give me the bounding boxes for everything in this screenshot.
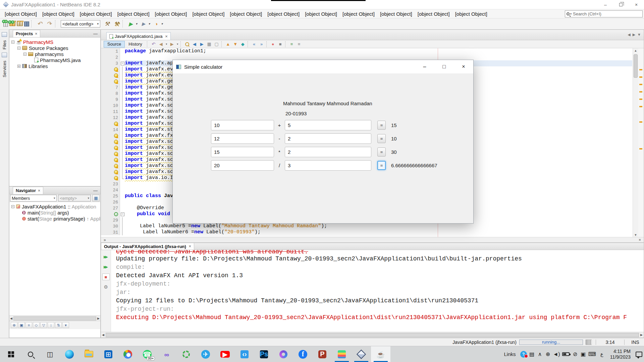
taskbar-app-button[interactable]: [332, 346, 352, 362]
editor-toolbar-icon[interactable]: «: [251, 41, 258, 48]
tab-javafxapplication1-java[interactable]: JavaFXApplication1.java ×: [106, 32, 171, 40]
expander-icon[interactable]: −: [17, 47, 20, 50]
calculator-titlebar[interactable]: Simple calculator – □ ×: [173, 60, 473, 73]
scroll-up-icon[interactable]: ▲: [633, 48, 638, 53]
fold-marker[interactable]: [120, 78, 125, 84]
tray-icon[interactable]: ?: [519, 346, 528, 362]
editor-toolbar-icon[interactable]: ◀: [191, 41, 198, 48]
tray-icon[interactable]: [561, 346, 571, 362]
taskbar-app-button[interactable]: ☎ 99+: [138, 346, 157, 362]
menu-item[interactable]: [object Object]: [265, 10, 302, 18]
toolbar-icon[interactable]: ⚒: [112, 20, 120, 28]
editor-toolbar-icon[interactable]: ≡: [288, 41, 295, 48]
close-button[interactable]: ×: [454, 60, 473, 73]
editor-toolbar-icon[interactable]: ●: [270, 41, 276, 48]
menu-item[interactable]: [object Object]: [452, 10, 490, 18]
search-input[interactable]: ▾ Search (Ctrl+I): [565, 10, 643, 17]
taskbar-app-button[interactable]: Ps: [254, 346, 274, 362]
fold-marker[interactable]: [120, 66, 125, 72]
tree-item[interactable]: − pharmacyms: [9, 51, 100, 57]
editor-toolbar-icon[interactable]: [248, 41, 250, 47]
fold-marker[interactable]: [120, 199, 125, 205]
fold-marker[interactable]: [120, 103, 125, 109]
equals-button[interactable]: =: [377, 134, 386, 143]
editor-vscrollbar[interactable]: ▲ ▼: [633, 48, 638, 238]
tab-output[interactable]: Output - JavaFXApplication1 (jfxsa-run) …: [101, 243, 194, 250]
tab-projects[interactable]: Projects×: [13, 30, 40, 37]
editor-toolbar-icon[interactable]: ▼: [232, 41, 239, 48]
fold-marker[interactable]: [120, 60, 125, 66]
simple-calculator-window[interactable]: Simple calculator – □ × Mahmoud Tantawy …: [172, 60, 474, 224]
toolbar-icon[interactable]: [55, 20, 57, 27]
fold-marker[interactable]: [120, 127, 125, 133]
fold-marker[interactable]: [120, 139, 125, 145]
history-view-button[interactable]: History: [125, 41, 146, 48]
error-stripe[interactable]: [638, 48, 644, 238]
toolbar-icon[interactable]: [31, 20, 34, 27]
taskbar-app-button[interactable]: ☕: [371, 346, 390, 362]
editor-toolbar-icon[interactable]: ◆: [239, 41, 246, 48]
operand-a-input[interactable]: [211, 120, 274, 130]
menu-item[interactable]: [object Object]: [302, 10, 340, 18]
tray-icon[interactable]: ⊘: [571, 346, 579, 362]
navigator-item[interactable]: main(String[] args): [9, 209, 100, 216]
warning-bulb-icon[interactable]: [114, 67, 118, 71]
fold-marker[interactable]: [120, 187, 125, 193]
close-icon[interactable]: ×: [189, 244, 191, 249]
fold-marker[interactable]: [120, 72, 125, 78]
menu-item[interactable]: [object Object]: [377, 10, 415, 18]
expander-icon[interactable]: −: [23, 53, 26, 56]
toolbar-icon[interactable]: ▶: [127, 20, 135, 28]
toolbar-icon[interactable]: [3, 21, 8, 27]
tab-list-icon[interactable]: ▼: [637, 33, 641, 37]
docked-window-icon[interactable]: [2, 53, 7, 57]
fold-marker[interactable]: [120, 109, 125, 115]
menu-item[interactable]: [object Object]: [415, 10, 452, 18]
toolbar-icon[interactable]: ↷: [45, 20, 53, 28]
tree-item[interactable]: + Libraries: [9, 63, 100, 69]
toolbar-icon[interactable]: ↶: [36, 20, 44, 28]
progress-bar[interactable]: running...: [519, 340, 583, 345]
taskbar-clock[interactable]: 4:11 PM 11/9/2023: [607, 349, 634, 360]
fold-marker[interactable]: [120, 48, 125, 54]
editor-toolbar-icon[interactable]: ▲: [225, 41, 231, 48]
scroll-thumb[interactable]: [106, 333, 639, 337]
fold-marker[interactable]: [120, 157, 125, 163]
editor-toolbar-icon[interactable]: [266, 41, 268, 47]
taskbar-app-button[interactable]: ⊞: [99, 346, 118, 362]
operand-b-input[interactable]: [285, 147, 371, 157]
taskbar-app-button[interactable]: f: [293, 346, 313, 362]
menu-item[interactable]: [object Object]: [2, 10, 40, 18]
editor-toolbar-icon[interactable]: ▾: [165, 41, 168, 48]
fold-marker[interactable]: [120, 181, 125, 187]
editor-toolbar-icon[interactable]: ▢: [213, 41, 220, 48]
tray-icon[interactable]: ∧: [536, 346, 544, 362]
warning-bulb-icon[interactable]: [114, 140, 118, 144]
output-action-icon[interactable]: ⚙: [102, 284, 110, 290]
editor-toolbar-icon[interactable]: [221, 41, 223, 47]
close-icon[interactable]: ×: [35, 32, 37, 36]
tree-item[interactable]: − Source Packages: [9, 45, 100, 51]
navigator-filter-icon[interactable]: ◇: [33, 322, 40, 328]
warning-bulb-icon[interactable]: [114, 176, 118, 180]
fold-marker[interactable]: [120, 84, 125, 90]
editor-toolbar-icon[interactable]: ▦: [206, 41, 213, 48]
close-button[interactable]: ×: [629, 0, 644, 9]
output-action-icon[interactable]: ▶▶: [102, 253, 110, 260]
output-action-icon[interactable]: ▶▶: [102, 263, 110, 270]
fold-marker[interactable]: [120, 211, 125, 217]
breadcrumb-expand-icon[interactable]: »: [104, 238, 106, 242]
editor-toolbar-icon[interactable]: [180, 41, 182, 47]
scroll-right-icon[interactable]: ▶: [97, 317, 100, 320]
editor-toolbar-icon[interactable]: ≡: [296, 41, 303, 48]
tray-icon[interactable]: ◄): [552, 346, 561, 362]
expander-icon[interactable]: −: [11, 41, 14, 44]
expander-icon[interactable]: −: [11, 205, 14, 208]
toolbar-icon[interactable]: ▶: [140, 20, 148, 28]
taskbar-app-button[interactable]: [352, 346, 371, 362]
equals-button[interactable]: =: [377, 147, 386, 157]
taskbar-app-button[interactable]: ▶: [215, 346, 235, 362]
navigator-filter-icon[interactable]: ⊕: [11, 322, 17, 328]
menu-item[interactable]: [object Object]: [152, 10, 190, 18]
operand-a-input[interactable]: [211, 160, 274, 171]
